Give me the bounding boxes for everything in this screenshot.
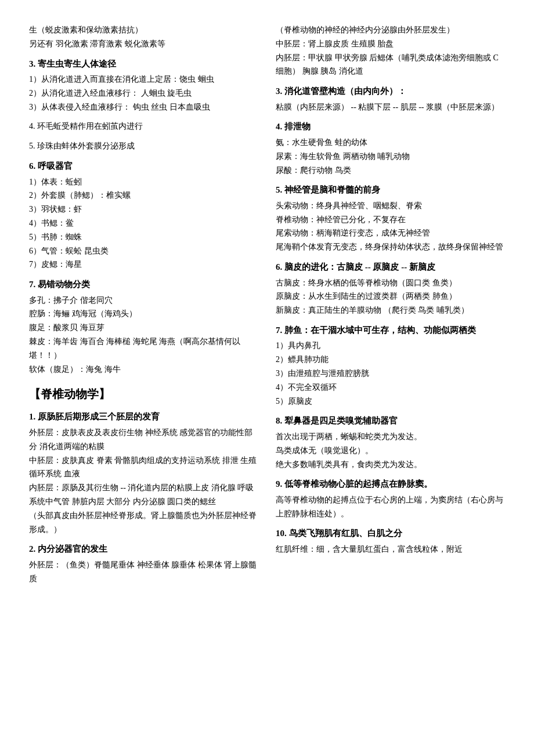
section-line: 1）体表：蚯蚓 <box>29 175 258 189</box>
section-line: 氨：水生硬骨鱼 蛙的幼体 <box>276 136 505 150</box>
section-r-embryo-note: （脊椎动物的神经的神经内分泌腺由外胚层发生）中胚层：肾上腺皮质 生殖膜 胎盘内胚… <box>276 23 505 78</box>
section-endocrine: 2. 内分泌器官的发生外胚层：（鱼类）脊髓尾垂体 神经垂体 腺垂体 松果体 肾上… <box>29 542 258 585</box>
section-line: 红肌纤维：细，含大量肌红蛋白，富含线粒体，附近 <box>276 542 505 556</box>
section-line: 绝大多数哺乳类具有，食肉类尤为发达。 <box>276 458 505 472</box>
section-r-item6: 6. 脑皮的进化：古脑皮 -- 原脑皮 -- 新脑皮古脑皮：终身水栖的低等脊椎动… <box>276 260 505 317</box>
section-line: 粘膜（内胚层来源） -- 粘膜下层 -- 肌层 -- 浆膜（中胚层来源） <box>276 100 505 114</box>
section-title: 1. 原肠胚后期形成三个胚层的发育 <box>29 410 258 425</box>
section-line: 多孔：拂子介 偕老同穴 <box>29 294 258 308</box>
section-title: 9. 低等脊椎动物心脏的起搏点在静脉窦。 <box>276 477 505 492</box>
left-column: 生（蜕皮激素和保幼激素拮抗）另还有 羽化激素 滞育激素 蜕化激素等3. 寄生虫寄… <box>29 23 258 591</box>
section-line: 2）鳔具肺功能 <box>276 353 505 367</box>
section-line: 7）皮鳃：海星 <box>29 258 258 272</box>
section-line: 首次出现于两栖，蜥蜴和蛇类尤为发达。 <box>276 430 505 444</box>
section-parasites: 3. 寄生虫寄生人体途径1）从消化道进入而直接在消化道上定居：饶虫 蛔虫2）从消… <box>29 57 258 114</box>
section-title: 3. 寄生虫寄生人体途径 <box>29 57 258 72</box>
section-item4: 4. 环毛蚯受精作用在蚓茧内进行 <box>29 120 258 133</box>
section-r-item9: 9. 低等脊椎动物心脏的起搏点在静脉窦。高等脊椎动物的起搏点位于右心房的上端，为… <box>276 477 505 520</box>
section-line: 5. 珍珠由蚌体外套膜分泌形成 <box>29 139 258 153</box>
section-line: 棘皮：海羊齿 海百合 海棒槌 海蛇尾 海燕（啊高尔基情何以堪！！） <box>29 335 258 363</box>
section-line: 5）书肺：蜘蛛 <box>29 230 258 244</box>
section-title: 4. 排泄物 <box>276 120 505 135</box>
section-line: 2）外套膜（肺鳃）：椎实螺 <box>29 189 258 202</box>
section-title: 3. 消化道管壁构造（由内向外）： <box>276 84 505 99</box>
section-line: 脊椎动物：神经管已分化，不复存在 <box>276 213 505 227</box>
section-line: 内胚层：原肠及其衍生物 -- 消化道内层的粘膜上皮 消化腺 呼吸系统中气管 肺脏… <box>29 481 258 509</box>
section-title: 5. 神经管是脑和脊髓的前身 <box>276 183 505 198</box>
section-title: 10. 鸟类飞翔肌有红肌、白肌之分 <box>276 526 505 541</box>
section-line: 中胚层：肾上腺皮质 生殖膜 胎盘 <box>276 37 505 51</box>
section-line: （头部真皮由外胚层神经脊形成。肾上腺髓质也为外胚层神经脊形成。） <box>29 509 258 537</box>
section-line: 腹足：酸浆贝 海豆芽 <box>29 321 258 335</box>
section-line: 高等脊椎动物的起搏点位于右心房的上端，为窦房结（右心房与上腔静脉相连处）。 <box>276 493 505 521</box>
section-r-item3: 3. 消化道管壁构造（由内向外）：粘膜（内胚层来源） -- 粘膜下层 -- 肌层… <box>276 84 505 114</box>
section-line: 尿酸：爬行动物 鸟类 <box>276 164 505 178</box>
section-line: （脊椎动物的神经的神经内分泌腺由外胚层发生） <box>276 23 505 37</box>
section-item7: 7. 易错动物分类多孔：拂子介 偕老同穴腔肠：海鲡 鸡海冠（海鸡头）腹足：酸浆贝… <box>29 277 258 376</box>
section-line: 另还有 羽化激素 滞育激素 蜕化激素等 <box>29 37 258 51</box>
section-title: 8. 犁鼻器是四足类嗅觉辅助器官 <box>276 414 505 429</box>
section-r-item5: 5. 神经管是脑和脊髓的前身头索动物：终身具神经管、咽鳃裂、脊索脊椎动物：神经管… <box>276 183 505 254</box>
section-line: 尾索动物：柄海鞘逆行变态，成体无神经管 <box>276 226 505 240</box>
section-line: 鸟类成体无（嗅觉退化）。 <box>276 444 505 458</box>
section-line: 3）由泄殖腔与泄殖腔膀胱 <box>276 367 505 381</box>
section-line: 尿素：海生软骨鱼 两栖动物 哺乳动物 <box>276 150 505 164</box>
section-line: 生（蜕皮激素和保幼激素拮抗） <box>29 23 258 37</box>
section-title: 7. 易错动物分类 <box>29 277 258 292</box>
section-r-item8: 8. 犁鼻器是四足类嗅觉辅助器官首次出现于两栖，蜥蜴和蛇类尤为发达。鸟类成体无（… <box>276 414 505 471</box>
section-line: 4）不完全双循环 <box>276 381 505 395</box>
section-item5: 5. 珍珠由蚌体外套膜分泌形成 <box>29 139 258 153</box>
section-r-item7: 7. 肺鱼：在干涸水域中可生存，结构、功能似两栖类1）具内鼻孔2）鳔具肺功能3）… <box>276 323 505 408</box>
section-line: 4）书鳃：鲎 <box>29 216 258 230</box>
section-line: 软体（腹足）：海兔 海牛 <box>29 363 258 377</box>
section-line: 2）从消化道进入经血液移行： 人蛔虫 旋毛虫 <box>29 86 258 100</box>
section-line: 6）气管：蜈蚣 昆虫类 <box>29 244 258 258</box>
section-line: 古脑皮：终身水栖的低等脊椎动物（圆口类 鱼类） <box>276 276 505 290</box>
section-item6: 6. 呼吸器官1）体表：蚯蚓2）外套膜（肺鳃）：椎实螺3）羽状鳃：虾4）书鳃：鲎… <box>29 159 258 272</box>
section-line: 外胚层：（鱼类）脊髓尾垂体 神经垂体 腺垂体 松果体 肾上腺髓质 <box>29 558 258 586</box>
section-r-item10: 10. 鸟类飞翔肌有红肌、白肌之分红肌纤维：细，含大量肌红蛋白，富含线粒体，附近 <box>276 526 505 556</box>
section-line: 3）羽状鳃：虾 <box>29 202 258 216</box>
section-line: 4. 环毛蚯受精作用在蚓茧内进行 <box>29 120 258 133</box>
section-line: 尾海鞘个体发育无变态，终身保持幼体状态，故终身保留神经管 <box>276 240 505 254</box>
section-title: 7. 肺鱼：在干涸水域中可生存，结构、功能似两栖类 <box>276 323 505 338</box>
section-r-item4: 4. 排泄物氨：水生硬骨鱼 蛙的幼体尿素：海生软骨鱼 两栖动物 哺乳动物尿酸：爬… <box>276 120 505 177</box>
section-line: 腔肠：海鲡 鸡海冠（海鸡头） <box>29 307 258 321</box>
section-title: 2. 内分泌器官的发生 <box>29 542 258 557</box>
section-line: 3）从体表侵入经血液移行： 钩虫 丝虫 日本血吸虫 <box>29 100 258 114</box>
section-line: 头索动物：终身具神经管、咽鳃裂、脊索 <box>276 199 505 213</box>
section-title: 6. 脑皮的进化：古脑皮 -- 原脑皮 -- 新脑皮 <box>276 260 505 275</box>
section-line: 1）从消化道进入而直接在消化道上定居：饶虫 蛔虫 <box>29 73 258 86</box>
section-line: 内胚层：甲状腺 甲状旁腺 后鳃体（哺乳类成体滤泡旁细胞或 C细胞） 胸腺 胰岛 … <box>276 51 505 79</box>
right-column: （脊椎动物的神经的神经内分泌腺由外胚层发生）中胚层：肾上腺皮质 生殖膜 胎盘内胚… <box>276 23 505 591</box>
section-embryo: 1. 原肠胚后期形成三个胚层的发育外胚层：皮肤表皮及表皮衍生物 神经系统 感觉器… <box>29 410 258 536</box>
big-title: 【脊椎动物学】 <box>29 384 258 404</box>
section-line: 5）原脑皮 <box>276 395 505 408</box>
section-line: 外胚层：皮肤表皮及表皮衍生物 神经系统 感觉器官的功能性部分 消化道两端的粘膜 <box>29 426 258 454</box>
main-layout: 生（蜕皮激素和保幼激素拮抗）另还有 羽化激素 滞育激素 蜕化激素等3. 寄生虫寄… <box>29 23 505 591</box>
section-line: 新脑皮：真正陆生的羊膜动物 （爬行类 鸟类 哺乳类） <box>276 303 505 317</box>
section-line: 中胚层：皮肤真皮 脊素 骨骼肌肉组成的支持运动系统 排泄 生殖 循环系统 血液 <box>29 454 258 482</box>
section-title: 6. 呼吸器官 <box>29 159 258 174</box>
section-line: 1）具内鼻孔 <box>276 339 505 353</box>
section-parasites-intro: 生（蜕皮激素和保幼激素拮抗）另还有 羽化激素 滞育激素 蜕化激素等 <box>29 23 258 51</box>
section-vertebrate-title: 【脊椎动物学】 <box>29 384 258 404</box>
section-line: 原脑皮：从水生到陆生的过渡类群（两栖类 肺鱼） <box>276 290 505 303</box>
